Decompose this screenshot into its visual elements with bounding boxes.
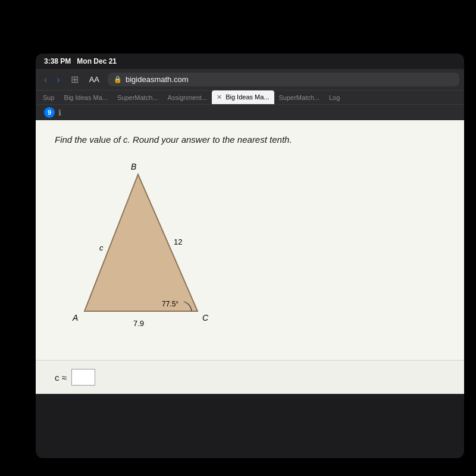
bookmarks-icon[interactable]: ⊞ bbox=[68, 74, 81, 85]
page-indicator-row: 9 ℹ bbox=[36, 105, 464, 120]
triangle-svg: B A C c 12 7.9 77.5° bbox=[67, 156, 221, 335]
vertex-A-label: A bbox=[72, 313, 78, 322]
question-text: Find the value of c. Round your answer t… bbox=[55, 134, 445, 145]
tab-supermatch1-label: SuperMatch... bbox=[117, 94, 158, 101]
content-area: Find the value of c. Round your answer t… bbox=[36, 120, 464, 394]
side-79-label: 7.9 bbox=[133, 319, 144, 328]
url-display: bigideasmath.com bbox=[126, 75, 189, 84]
forward-button[interactable]: › bbox=[53, 74, 63, 86]
triangle-diagram: B A C c 12 7.9 77.5° bbox=[67, 156, 221, 335]
time-display: 3:38 PM bbox=[44, 57, 71, 65]
answer-area: c ≈ bbox=[36, 360, 464, 394]
nav-buttons: ‹ › bbox=[40, 74, 64, 86]
tab-bigideas2-active[interactable]: ✕ Big Ideas Ma... bbox=[212, 90, 274, 104]
tab-bigideas2-label: Big Ideas Ma... bbox=[226, 93, 269, 101]
aa-button[interactable]: AA bbox=[86, 74, 103, 85]
page-number: 9 bbox=[44, 107, 55, 118]
lock-icon: 🔒 bbox=[114, 76, 122, 83]
tab-supermatch1[interactable]: SuperMatch... bbox=[112, 91, 162, 104]
answer-prefix: c ≈ bbox=[55, 372, 67, 383]
close-icon[interactable]: ✕ bbox=[217, 93, 222, 101]
angle-label: 77.5° bbox=[162, 300, 178, 308]
page-icon: ℹ bbox=[58, 108, 61, 117]
tab-supermatch2[interactable]: SuperMatch... bbox=[274, 91, 324, 104]
side-c-label: c bbox=[99, 243, 104, 252]
tab-log[interactable]: Log bbox=[324, 91, 345, 104]
back-button[interactable]: ‹ bbox=[40, 74, 51, 86]
vertex-B-label: B bbox=[131, 162, 136, 171]
tab-assignment-label: Assignment... bbox=[167, 94, 207, 101]
tab-sup[interactable]: Sup bbox=[38, 91, 60, 104]
vertex-C-label: C bbox=[202, 313, 209, 322]
browser-window: 3:38 PM Mon Dec 21 ‹ › ⊞ AA 🔒 bigideasma… bbox=[36, 54, 464, 458]
answer-input[interactable] bbox=[71, 369, 95, 386]
tabs-bar: Sup Big Ideas Ma... SuperMatch... Assign… bbox=[36, 90, 464, 105]
side-12-label: 12 bbox=[174, 237, 182, 246]
date-display: Mon Dec 21 bbox=[77, 57, 117, 65]
tab-bigideas1-label: Big Ideas Ma... bbox=[64, 94, 108, 101]
browser-chrome: ‹ › ⊞ AA 🔒 bigideasmath.com bbox=[36, 69, 464, 90]
tab-sup-label: Sup bbox=[43, 94, 55, 101]
tab-supermatch2-label: SuperMatch... bbox=[279, 94, 320, 101]
tab-assignment[interactable]: Assignment... bbox=[162, 91, 212, 104]
tab-bigideas1[interactable]: Big Ideas Ma... bbox=[60, 91, 112, 104]
address-bar[interactable]: 🔒 bigideasmath.com bbox=[108, 73, 459, 86]
status-bar: 3:38 PM Mon Dec 21 bbox=[36, 54, 464, 69]
tab-log-label: Log bbox=[329, 94, 340, 101]
